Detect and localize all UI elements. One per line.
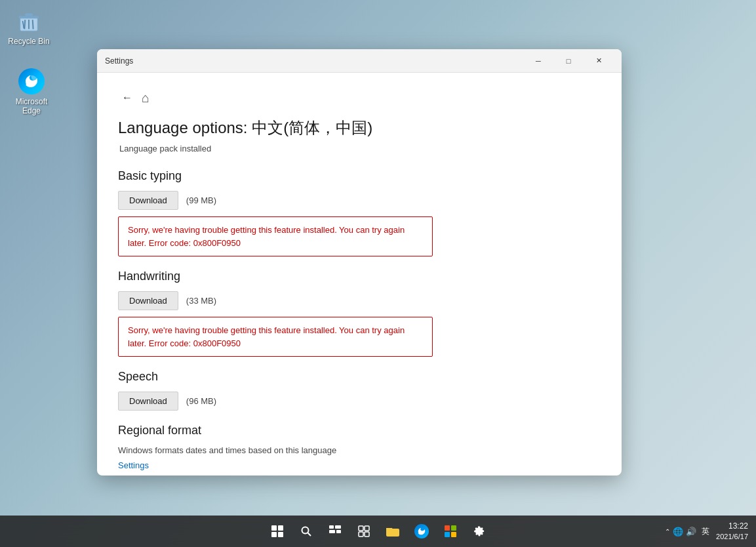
svg-rect-16 — [359, 526, 363, 531]
desktop: Recycle Bin Microsoft Edge Settings ─ □ … — [0, 0, 756, 547]
speech-download-row: Download (96 MB) — [118, 392, 601, 411]
svg-rect-8 — [271, 532, 277, 537]
search-taskbar-button[interactable] — [294, 519, 318, 543]
svg-rect-24 — [451, 532, 456, 537]
svg-line-11 — [308, 533, 311, 537]
svg-rect-22 — [451, 525, 456, 531]
svg-rect-6 — [271, 525, 277, 531]
svg-rect-17 — [365, 526, 369, 531]
basic-typing-download-button[interactable]: Download — [118, 191, 178, 210]
svg-rect-1 — [19, 16, 39, 18]
svg-rect-9 — [278, 532, 283, 537]
speech-title: Speech — [118, 370, 601, 384]
system-tray: ⌃ 🌐 🔊 英 — [665, 526, 712, 537]
handwriting-error-text: Sorry, we're having trouble getting this… — [128, 324, 423, 350]
svg-rect-15 — [336, 530, 341, 533]
edge-taskbar-button[interactable] — [410, 519, 433, 543]
regional-format-section: Regional format Windows formats dates an… — [118, 424, 601, 471]
handwriting-error-box: Sorry, we're having trouble getting this… — [118, 317, 433, 357]
svg-line-3 — [24, 20, 25, 29]
basic-typing-download-row: Download (99 MB) — [118, 191, 601, 210]
close-button[interactable]: ✕ — [584, 51, 614, 71]
clock-time: 13:22 — [716, 521, 748, 532]
regional-format-description: Windows formats dates and times based on… — [118, 445, 601, 455]
store-button[interactable] — [439, 519, 462, 543]
volume-icon: 🔊 — [686, 527, 696, 537]
speech-download-button[interactable]: Download — [118, 392, 178, 411]
home-icon: ⌂ — [142, 91, 149, 106]
minimize-button[interactable]: ─ — [523, 51, 553, 71]
edge-label: Microsoft Edge — [8, 97, 55, 116]
network-icon: 🌐 — [673, 527, 683, 537]
svg-rect-14 — [329, 530, 335, 533]
maximize-button[interactable]: □ — [553, 51, 584, 71]
file-explorer-button[interactable] — [381, 519, 405, 543]
page-title: Language options: 中文(简体，中国) — [118, 117, 372, 138]
speech-section: Speech Download (96 MB) — [118, 370, 601, 411]
svg-rect-18 — [359, 532, 363, 537]
widgets-button[interactable] — [352, 519, 376, 543]
edge-icon — [18, 68, 45, 94]
regional-settings-link[interactable]: Settings — [118, 460, 149, 470]
taskbar-right: ⌃ 🌐 🔊 英 13:22 2021/6/17 — [665, 521, 748, 542]
start-button[interactable] — [266, 519, 289, 543]
svg-rect-2 — [25, 14, 32, 16]
recycle-bin-icon[interactable]: Recycle Bin — [3, 5, 55, 49]
window-controls: ─ □ ✕ — [523, 51, 614, 71]
handwriting-download-row: Download (33 MB) — [118, 291, 601, 310]
task-view-button[interactable] — [323, 519, 347, 543]
clock-date: 2021/6/17 — [716, 532, 748, 542]
svg-line-5 — [33, 20, 33, 29]
basic-typing-error-box: Sorry, we're having trouble getting this… — [118, 216, 433, 256]
handwriting-title: Handwriting — [118, 270, 601, 283]
taskbar: ⌃ 🌐 🔊 英 13:22 2021/6/17 — [0, 516, 756, 547]
svg-rect-13 — [335, 525, 341, 529]
recycle-bin-label: Recycle Bin — [8, 37, 49, 46]
svg-point-10 — [302, 527, 308, 534]
settings-taskbar-button[interactable] — [468, 519, 491, 543]
basic-typing-error-text: Sorry, we're having trouble getting this… — [128, 224, 423, 249]
handwriting-section: Handwriting Download (33 MB) Sorry, we'r… — [118, 270, 601, 357]
speech-size: (96 MB) — [186, 396, 216, 406]
svg-rect-7 — [278, 525, 283, 531]
language-indicator[interactable]: 英 — [702, 526, 709, 537]
titlebar-title: Settings — [105, 56, 133, 66]
svg-rect-19 — [365, 532, 369, 537]
window-content: ← ⌂ Language options: 中文(简体，中国) Language… — [97, 73, 622, 476]
basic-typing-section: Basic typing Download (99 MB) Sorry, we'… — [118, 169, 601, 256]
settings-window: Settings ─ □ ✕ ← ⌂ Language options: 中文(… — [97, 49, 622, 476]
edge-desktop-icon[interactable]: Microsoft Edge — [5, 66, 58, 119]
language-status: Language pack installed — [119, 144, 601, 153]
handwriting-download-button[interactable]: Download — [118, 291, 178, 310]
svg-rect-23 — [445, 532, 450, 537]
tray-chevron[interactable]: ⌃ — [665, 528, 670, 535]
back-button[interactable]: ← — [118, 89, 136, 107]
basic-typing-size: (99 MB) — [186, 195, 216, 205]
page-title-row: Language options: 中文(简体，中国) — [118, 117, 601, 138]
system-clock: 13:22 2021/6/17 — [716, 521, 748, 542]
svg-rect-12 — [329, 525, 334, 529]
back-navigation: ← ⌂ — [118, 89, 601, 107]
svg-rect-21 — [445, 525, 450, 531]
handwriting-size: (33 MB) — [186, 296, 216, 306]
regional-format-title: Regional format — [118, 424, 601, 437]
taskbar-center — [266, 519, 491, 543]
basic-typing-title: Basic typing — [118, 169, 601, 183]
window-titlebar: Settings ─ □ ✕ — [97, 49, 622, 73]
